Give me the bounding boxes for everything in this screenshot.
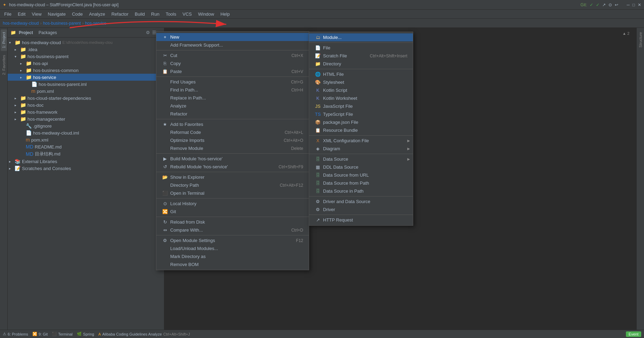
- submenu-item-data-source-in-path[interactable]: 🗄 Data Source in Path: [309, 187, 413, 195]
- sidebar-tab-favorites[interactable]: 2: Favorites: [1, 52, 7, 78]
- context-menu-item-reformat[interactable]: Reformat Code Ctrl+Alt+L: [156, 128, 309, 136]
- tree-item[interactable]: ▸ 📁 hos-doc: [8, 102, 164, 108]
- menu-run[interactable]: Run: [148, 11, 162, 17]
- tree-item[interactable]: ▾ 📁 hos-mediway-cloud E:\dh\code\hos-med…: [8, 39, 164, 46]
- tree-item[interactable]: ▸ 📁 hos-cloud-starter-dependencies: [8, 95, 164, 102]
- breadcrumb-current[interactable]: hos-service: [85, 21, 106, 26]
- tree-item[interactable]: ▸ 📁 hos-managecenter: [8, 115, 164, 122]
- submenu-item-scratch[interactable]: 📝 Scratch File Ctrl+Alt+Shift+Insert: [309, 52, 413, 60]
- sidebar-settings-icon[interactable]: ⚙: [146, 30, 150, 35]
- tree-item[interactable]: 📄 hos-business-parent.iml: [8, 81, 164, 88]
- menu-build[interactable]: Build: [132, 11, 148, 17]
- context-menu-item-find-in-path[interactable]: Find in Path... Ctrl+H: [156, 86, 309, 94]
- tree-item-hos-service[interactable]: ▸ 📁 hos-service: [8, 74, 164, 81]
- submenu-item-html[interactable]: 🌐 HTML File: [309, 70, 413, 78]
- tree-item[interactable]: MD 目录结构.md: [8, 150, 164, 158]
- context-menu-item-find-usages[interactable]: Find Usages Ctrl+G: [156, 78, 309, 86]
- close-icon[interactable]: ✕: [638, 2, 641, 7]
- submenu-item-javascript[interactable]: JS JavaScript File: [309, 102, 413, 110]
- menu-analyze[interactable]: Analyze: [86, 11, 108, 17]
- tree-item[interactable]: m pom.xml: [8, 136, 164, 143]
- menu-edit[interactable]: Edit: [15, 11, 28, 17]
- packages-tab[interactable]: Packages: [39, 30, 57, 35]
- context-menu-item-mark-dir[interactable]: Mark Directory as: [156, 252, 309, 260]
- status-terminal[interactable]: ⬛ Terminal: [52, 332, 73, 336]
- submenu-item-data-source[interactable]: 🗄 Data Source: [309, 155, 413, 163]
- context-menu-item-rebuild-module[interactable]: ↺ Rebuild Module 'hos-service' Ctrl+Shif…: [156, 163, 309, 171]
- submenu-item-resource-bundle[interactable]: 📋 Resource Bundle: [309, 126, 413, 134]
- context-menu-item-open-terminal[interactable]: ⬛ Open in Terminal: [156, 189, 309, 197]
- status-problems[interactable]: ⚠ 6: Problems: [3, 332, 28, 336]
- menu-tools[interactable]: Tools: [163, 11, 179, 17]
- submenu-item-typescript[interactable]: TS TypeScript File: [309, 110, 413, 118]
- menu-window[interactable]: Window: [195, 11, 217, 17]
- submenu-item-kotlin-worksheet[interactable]: K Kotlin Worksheet: [309, 94, 413, 102]
- submenu-item-http-request[interactable]: ↗ HTTP Request: [309, 216, 413, 224]
- breadcrumb-parent[interactable]: hos-business-parent: [43, 21, 81, 26]
- tree-item[interactable]: ▸ 📁 .idea: [8, 46, 164, 53]
- context-menu-item-show-explorer[interactable]: 📂 Show in Explorer: [156, 173, 309, 181]
- context-menu-item-framework[interactable]: Add Framework Support...: [156, 41, 309, 49]
- tree-item[interactable]: ▾ 📁 hos-business-parent: [8, 53, 164, 60]
- submenu-item-module[interactable]: 🗂 Module...: [309, 33, 413, 41]
- structure-tab[interactable]: Structure: [637, 29, 644, 50]
- submenu-item-driver[interactable]: ⚙ Driver: [309, 206, 413, 214]
- submenu-item-diagram[interactable]: ◈ Diagram: [309, 145, 413, 153]
- context-menu-item-load-unload[interactable]: Load/Unload Modules...: [156, 244, 309, 252]
- submenu-item-packagejson[interactable]: 📦 package.json File: [309, 118, 413, 126]
- tree-item-scratches[interactable]: ▸ 📝 Scratches and Consoles: [8, 165, 164, 172]
- context-menu-item-remove-bom[interactable]: Remove BOM: [156, 260, 309, 268]
- submenu-item-data-source-path[interactable]: 🗄 Data Source from Path: [309, 179, 413, 187]
- menu-code[interactable]: Code: [69, 11, 86, 17]
- context-menu-item-new[interactable]: + New: [156, 33, 309, 41]
- sub-divider: [309, 42, 413, 43]
- submenu-item-file[interactable]: 📄 File: [309, 44, 413, 52]
- submenu-item-kotlin-script[interactable]: K Kotlin Script: [309, 86, 413, 94]
- context-menu-item-git[interactable]: 🔀 Git: [156, 208, 309, 216]
- status-alibaba[interactable]: A Alibaba Coding Guidelines Analyze Ctrl…: [98, 332, 190, 336]
- menu-vcs[interactable]: VCS: [180, 11, 195, 17]
- status-event[interactable]: Event: [626, 331, 641, 337]
- menu-file[interactable]: File: [1, 11, 14, 17]
- context-menu-item-replace-in-path[interactable]: Replace in Path...: [156, 94, 309, 102]
- tree-item[interactable]: MD README.md: [8, 143, 164, 150]
- submenu-item-stylesheet[interactable]: 🎨 Stylesheet: [309, 78, 413, 86]
- context-menu-item-analyze[interactable]: Analyze: [156, 102, 309, 110]
- context-menu-item-directory-path[interactable]: Directory Path Ctrl+Alt+F12: [156, 181, 309, 189]
- cut-icon: ✂: [162, 53, 168, 58]
- status-git[interactable]: 🔀 9: Git: [32, 332, 48, 336]
- context-menu-item-compare[interactable]: ⇔ Compare With... Ctrl+D: [156, 226, 309, 234]
- submenu-item-directory[interactable]: 📁 Directory: [309, 60, 413, 68]
- tree-item[interactable]: ▸ 📁 hos-business-common: [8, 67, 164, 74]
- tree-item[interactable]: m pom.xml: [8, 88, 164, 95]
- menu-help[interactable]: Help: [218, 11, 233, 17]
- tree-item[interactable]: 🔧 .gitignore: [8, 122, 164, 129]
- sidebar-tab-project[interactable]: 1: Project: [1, 29, 7, 51]
- breadcrumb-root[interactable]: hos-mediway-cloud: [3, 21, 39, 26]
- context-menu-item-remove-module[interactable]: Remove Module Delete: [156, 144, 309, 152]
- context-menu-item-paste[interactable]: 📋 Paste Ctrl+V: [156, 67, 309, 75]
- context-menu-item-cut[interactable]: ✂ Cut Ctrl+X: [156, 51, 309, 59]
- menu-navigate[interactable]: Navigate: [45, 11, 68, 17]
- status-spring[interactable]: 🌿 Spring: [77, 332, 94, 336]
- submenu-item-xml-config[interactable]: X XML Configuration File: [309, 137, 413, 145]
- context-menu-item-favorites[interactable]: ★ Add to Favorites: [156, 120, 309, 128]
- context-menu-item-build-module[interactable]: ▶ Build Module 'hos-service': [156, 155, 309, 163]
- tree-item[interactable]: 📄 hos-mediway-cloud.iml: [8, 129, 164, 136]
- context-menu-item-reload[interactable]: ↻ Reload from Disk: [156, 218, 309, 226]
- maximize-icon[interactable]: □: [633, 2, 635, 7]
- submenu-item-driver-data-source[interactable]: ⚙ Driver and Data Source: [309, 198, 413, 206]
- context-menu-item-copy[interactable]: ⎘ Copy: [156, 59, 309, 67]
- context-menu-item-optimize[interactable]: Optimize Imports Ctrl+Alt+O: [156, 136, 309, 144]
- tree-item-external-libs[interactable]: ▸ 📚 External Libraries: [8, 158, 164, 165]
- tree-item[interactable]: ▸ 📁 hos-framework: [8, 108, 164, 115]
- context-menu-item-module-settings[interactable]: ⚙ Open Module Settings F12: [156, 236, 309, 244]
- context-menu-item-local-history[interactable]: ⊙ Local History: [156, 200, 309, 208]
- submenu-item-data-source-url[interactable]: 🗄 Data Source from URL: [309, 171, 413, 179]
- menu-view[interactable]: View: [29, 11, 44, 17]
- context-menu-item-refactor[interactable]: Refactor: [156, 110, 309, 118]
- tree-item[interactable]: ▸ 📁 hos-api: [8, 60, 164, 67]
- submenu-item-ddl-data-source[interactable]: ▦ DDL Data Source: [309, 163, 413, 171]
- minimize-icon[interactable]: ─: [627, 2, 630, 7]
- menu-refactor[interactable]: Refactor: [109, 11, 131, 17]
